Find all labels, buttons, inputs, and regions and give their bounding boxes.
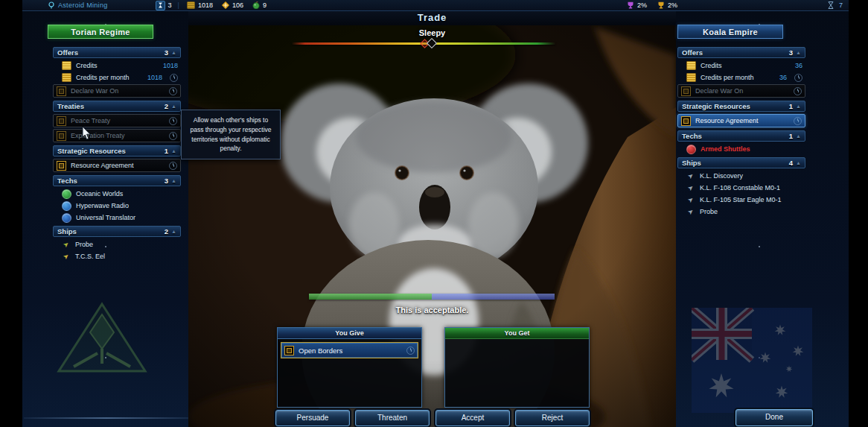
lightbulb-icon <box>48 1 55 10</box>
collapse-icon[interactable] <box>171 148 176 154</box>
section-techs[interactable]: Techs 1 <box>677 130 805 142</box>
ship-probe[interactable]: Probe <box>57 238 181 250</box>
collapse-icon[interactable] <box>171 229 176 234</box>
resource-label: Resource Agreement <box>71 162 134 169</box>
offer-label: Declare War On <box>71 87 118 95</box>
turn-counter: 7 <box>828 1 843 9</box>
section-techs[interactable]: Techs 3 <box>53 175 181 186</box>
tech-armed-shuttles[interactable]: Armed Shuttles <box>682 143 805 155</box>
collapse-icon[interactable] <box>171 50 176 55</box>
section-count: 1 <box>165 147 168 155</box>
tech-oceanic-worlds[interactable]: Oceanic Worlds <box>57 188 181 200</box>
ship-kl-discovery[interactable]: K.L. Discovery <box>682 170 805 182</box>
treaty-exploration[interactable]: Exploration Treaty <box>53 129 181 142</box>
collapse-icon[interactable] <box>171 104 176 109</box>
section-count: 1 <box>789 102 793 110</box>
ship-icon <box>62 240 71 249</box>
acceptance-meter-blue <box>432 294 555 300</box>
mood-label: Sleepy <box>188 28 676 37</box>
you-give-header: You Give <box>278 328 421 339</box>
offer-label: Credits per month <box>701 74 754 81</box>
offer-credits[interactable]: Credits 36 <box>682 60 805 72</box>
left-black-edge <box>0 0 22 427</box>
section-treaties[interactable]: Treaties 2 <box>53 101 181 112</box>
ship-label: K.L. Discovery <box>700 172 743 180</box>
offer-label: Credits per month <box>76 74 130 81</box>
clock-icon <box>169 117 177 125</box>
section-count: 1 <box>789 132 793 140</box>
section-label: Ships <box>57 227 77 235</box>
accept-button[interactable]: Accept <box>435 410 510 426</box>
food-icon <box>252 1 260 9</box>
ship-icon <box>62 252 71 261</box>
done-button[interactable]: Done <box>735 409 813 426</box>
clock-icon <box>169 87 177 95</box>
offer-credits-per-month[interactable]: Credits per month 1018 <box>57 72 181 83</box>
collapse-icon[interactable] <box>171 178 176 183</box>
ship-tcs-eel[interactable]: T.C.S. Eel <box>57 250 181 262</box>
culture-progress[interactable]: 2% <box>627 1 647 9</box>
reject-button[interactable]: Reject <box>515 410 590 426</box>
turn-value: 7 <box>839 1 843 9</box>
research-turns: 3 | <box>156 1 182 10</box>
treaty-peace[interactable]: Peace Treaty <box>53 114 181 127</box>
threaten-button[interactable]: Threaten <box>355 410 430 426</box>
open-borders-tooltip: Allow each other's ships to pass through… <box>181 110 281 159</box>
offer-declare-war[interactable]: Declare War On <box>677 84 805 98</box>
victory-progress: 2% 2% <box>627 1 677 9</box>
acceptance-meter <box>309 294 555 300</box>
resource-agreement[interactable]: Resource Agreement <box>53 159 181 172</box>
treaty-icon <box>57 161 66 171</box>
section-count: 2 <box>165 102 168 110</box>
clock-icon <box>170 74 178 82</box>
you-get-box: You Get <box>444 327 590 408</box>
offer-credits-per-month[interactable]: Credits per month 36 <box>682 72 805 83</box>
ship-icon <box>686 195 695 204</box>
research-status[interactable]: Asteroid Mining <box>48 1 108 10</box>
resource-agreement-selected[interactable]: Resource Agreement <box>677 114 805 127</box>
credits-icon <box>686 61 696 70</box>
give-item-open-borders[interactable]: Open Borders <box>281 342 418 358</box>
section-ships[interactable]: Ships 4 <box>677 157 805 168</box>
clock-icon <box>794 74 802 82</box>
section-strategic-resources[interactable]: Strategic Resources 1 <box>677 101 805 112</box>
clock-icon <box>406 347 415 355</box>
clock-icon <box>169 162 177 170</box>
acceptance-text: This is acceptable. <box>188 306 676 314</box>
offer-declare-war[interactable]: Declare War On <box>53 84 181 98</box>
tithe-icon <box>222 1 229 9</box>
collapse-icon[interactable] <box>796 160 801 165</box>
collapse-icon[interactable] <box>796 50 801 55</box>
ship-icon <box>686 183 695 192</box>
collapse-icon[interactable] <box>796 104 801 109</box>
ship-kl-f105-star-eagle[interactable]: K.L. F-105 Star Eagle M0-1 <box>682 194 805 206</box>
acceptance-meter-green <box>309 294 432 300</box>
clock-icon <box>794 87 802 95</box>
treaty-icon <box>681 86 691 96</box>
section-label: Strategic Resources <box>682 102 750 110</box>
resource-label: Resource Agreement <box>695 117 759 124</box>
offer-label: Declare War On <box>695 87 743 95</box>
collapse-icon[interactable] <box>796 133 801 139</box>
tech-hyperwave-radio[interactable]: Hyperwave Radio <box>57 200 181 212</box>
section-offers[interactable]: Offers 3 <box>677 47 805 58</box>
right-faction-name: Koala Empire <box>677 25 783 39</box>
section-ships[interactable]: Ships 2 <box>53 226 181 237</box>
section-label: Techs <box>57 177 77 185</box>
prestige-progress[interactable]: 2% <box>657 1 677 9</box>
tech-label: Hyperwave Radio <box>76 202 129 209</box>
treaty-icon <box>57 116 66 126</box>
tech-universal-translator[interactable]: Universal Translator <box>57 212 181 224</box>
left-panel-divider <box>24 417 188 419</box>
section-label: Offers <box>682 48 703 57</box>
ship-kl-f108-constable[interactable]: K.L. F-108 Constable M0-1 <box>682 182 805 194</box>
you-give-box: You Give Open Borders <box>277 327 422 408</box>
section-strategic-resources[interactable]: Strategic Resources 1 <box>53 145 181 156</box>
ship-probe[interactable]: Probe <box>682 206 805 218</box>
section-label: Strategic Resources <box>57 147 126 155</box>
section-offers[interactable]: Offers 3 <box>53 47 181 58</box>
tech-icon <box>62 201 71 211</box>
offer-credits[interactable]: Credits 1018 <box>57 60 181 72</box>
persuade-button[interactable]: Persuade <box>275 410 350 426</box>
give-item-label: Open Borders <box>299 347 342 355</box>
